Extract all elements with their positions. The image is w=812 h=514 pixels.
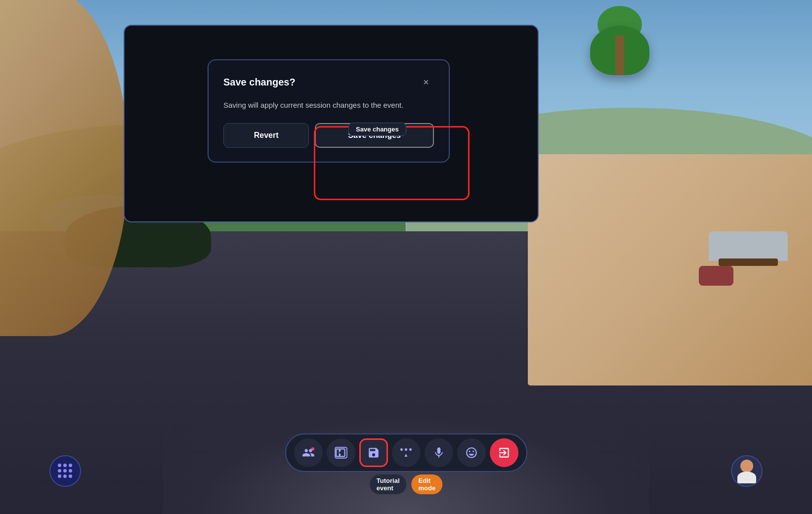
- svg-point-0: [311, 447, 314, 451]
- dot: [69, 464, 72, 467]
- chevron-up-icon: ▲: [404, 452, 409, 458]
- dot1: [400, 448, 403, 451]
- dot2: [405, 448, 407, 451]
- exit-button[interactable]: [490, 438, 518, 467]
- dot: [69, 474, 72, 478]
- dialog-header: Save changes? ×: [223, 74, 434, 90]
- menu-button[interactable]: [49, 455, 81, 487]
- exit-icon: [498, 446, 511, 459]
- room-background: [528, 154, 812, 386]
- emoji-button[interactable]: [457, 438, 486, 467]
- emoji-icon: [465, 446, 478, 459]
- avatar-head: [740, 460, 753, 472]
- mode-label: Edit mode: [412, 474, 443, 494]
- dialog-title: Save changes?: [223, 77, 296, 88]
- save-toolbar-button[interactable]: [359, 438, 388, 467]
- presenter-button[interactable]: [294, 438, 323, 467]
- dot3: [409, 448, 412, 451]
- dot: [63, 464, 67, 467]
- avatar-body: [737, 471, 756, 483]
- save-icon: [367, 446, 380, 459]
- bottom-toolbar: ▲: [285, 433, 527, 472]
- three-dots: [400, 448, 412, 451]
- more-icon: ▲: [400, 448, 412, 458]
- dialog-description: Saving will apply current session change…: [223, 100, 434, 111]
- dot: [63, 474, 67, 478]
- sofa: [709, 231, 788, 261]
- event-label: Tutorial event: [370, 474, 407, 494]
- microphone-icon: [432, 446, 445, 459]
- status-bar: Tutorial event Edit mode: [370, 474, 442, 494]
- presenter-icon: [302, 446, 315, 459]
- close-dialog-button[interactable]: ×: [418, 74, 434, 90]
- revert-button[interactable]: Revert: [223, 123, 309, 148]
- dot: [63, 469, 67, 472]
- coffee-table: [719, 258, 778, 266]
- avatar-figure: [733, 457, 761, 485]
- save-changes-tooltip: Save changes: [348, 123, 406, 136]
- save-changes-dialog: Save changes? × Saving will apply curren…: [208, 59, 450, 163]
- dot: [69, 469, 72, 472]
- more-button[interactable]: ▲: [392, 438, 421, 467]
- microphone-button[interactable]: [425, 438, 453, 467]
- furniture: [709, 231, 788, 261]
- tree: [590, 26, 649, 75]
- ottoman: [699, 266, 733, 286]
- media-icon: [335, 446, 347, 459]
- tree-trunk: [615, 36, 624, 75]
- dot: [58, 464, 61, 467]
- media-button[interactable]: [327, 438, 355, 467]
- avatar-button[interactable]: [731, 455, 763, 487]
- dot: [58, 469, 61, 472]
- dot: [58, 474, 61, 478]
- dots-grid-icon: [58, 464, 73, 478]
